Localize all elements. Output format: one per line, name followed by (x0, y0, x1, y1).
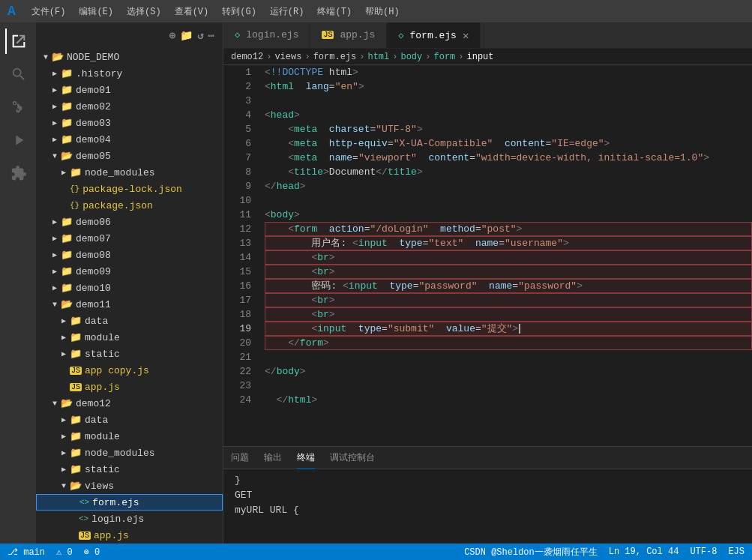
breadcrumb-item[interactable]: form (433, 52, 455, 62)
code-line[interactable]: </html> (265, 393, 752, 407)
extensions-activity-icon[interactable] (5, 160, 31, 186)
code-line[interactable]: <title>Document</title> (265, 165, 752, 179)
code-line[interactable]: 用户名: <input type="text" name="username"> (265, 236, 752, 250)
code-line[interactable] (265, 193, 752, 208)
sidebar-item-demo11[interactable]: ▼📂demo11 (36, 296, 223, 313)
menu-item[interactable]: 运行(R) (264, 4, 310, 19)
sidebar-item-demo10[interactable]: ▶📁demo10 (36, 280, 223, 296)
panel-tab-输出[interactable]: 输出 (264, 447, 282, 469)
sidebar-item-app12[interactable]: JSapp.js (36, 527, 223, 544)
code-line[interactable]: </head> (265, 179, 752, 193)
code-line[interactable]: <br> (265, 265, 752, 279)
sidebar-item-app11[interactable]: JSapp.js (36, 379, 223, 395)
tree-file-icon: 📂 (61, 150, 73, 162)
sidebar-item-static12[interactable]: ▶📁static (36, 461, 223, 478)
sidebar-item-demo09[interactable]: ▶📁demo09 (36, 263, 223, 280)
sidebar-item-demo01[interactable]: ▶📁demo01 (36, 82, 223, 98)
sidebar-item-login-ejs[interactable]: <>login.ejs (36, 511, 223, 527)
login-ejs-tab[interactable]: ◇login.ejs (223, 22, 310, 48)
sidebar-item-node-demo[interactable]: ▼📂NODE_DEMO (36, 49, 223, 65)
new-file-icon[interactable]: ⊕ (169, 29, 176, 42)
code-line[interactable]: <form action="/doLogin" method="post"> (265, 222, 752, 236)
breadcrumb-item[interactable]: html (367, 52, 389, 62)
sidebar-item-views[interactable]: ▼📂views (36, 478, 223, 494)
code-line[interactable] (265, 350, 752, 364)
collapse-icon[interactable]: ⋯ (208, 29, 215, 42)
sidebar-item-demo03[interactable]: ▶📁demo03 (36, 115, 223, 131)
panel-tab-调试控制台[interactable]: 调试控制台 (330, 447, 375, 469)
tab-close-icon[interactable]: ✕ (463, 29, 469, 42)
code-line[interactable]: <input type="submit" value="提交"> (265, 322, 752, 336)
status-item[interactable]: CSDN @Sheldon一袭烟雨任平生 (464, 546, 598, 559)
code-line[interactable]: </form> (265, 336, 752, 350)
panel-tab-问题[interactable]: 问题 (231, 447, 249, 469)
new-folder-icon[interactable]: 📁 (180, 29, 193, 42)
source-control-activity-icon[interactable] (5, 94, 31, 120)
sidebar-item-history[interactable]: ▶📁.history (36, 65, 223, 82)
menu-item[interactable]: 查看(V) (169, 4, 215, 19)
breadcrumb-item[interactable]: views (274, 52, 301, 62)
run-activity-icon[interactable] (5, 127, 31, 153)
sidebar-item-demo02[interactable]: ▶📁demo02 (36, 98, 223, 115)
sidebar-item-demo06[interactable]: ▶📁demo06 (36, 214, 223, 230)
line-number: 24 (223, 393, 251, 407)
code-line[interactable]: <meta http-equiv="X-UA-Compatible" conte… (265, 136, 752, 151)
code-line[interactable]: <!!DOCTYPE html> (265, 65, 752, 79)
sidebar-item-demo04[interactable]: ▶📁demo04 (36, 131, 223, 148)
sidebar-item-data12[interactable]: ▶📁data (36, 412, 223, 428)
menu-item[interactable]: 帮助(H) (359, 4, 406, 19)
code-line[interactable] (265, 94, 752, 108)
status-item[interactable]: ⊗ 0 (84, 547, 100, 558)
sidebar-item-data11[interactable]: ▶📁data (36, 313, 223, 329)
status-item[interactable]: EJS (728, 547, 745, 557)
sidebar-item-module11[interactable]: ▶📁module (36, 329, 223, 346)
breadcrumb-item[interactable]: input (467, 52, 494, 62)
search-activity-icon[interactable] (5, 61, 31, 87)
line-number: 2 (223, 79, 251, 94)
code-line[interactable]: <meta name="viewport" content="width=dev… (265, 151, 752, 165)
explorer-activity-icon[interactable] (5, 28, 31, 54)
sidebar-item-package[interactable]: {}package.json (36, 197, 223, 214)
code-line[interactable]: <br> (265, 293, 752, 307)
menu-item[interactable]: 文件(F) (25, 4, 72, 19)
sidebar-item-node_modules12[interactable]: ▶📁node_modules (36, 445, 223, 461)
app-js-tab[interactable]: JSapp.js (310, 22, 387, 48)
code-line[interactable] (265, 379, 752, 393)
status-item[interactable]: UTF-8 (690, 547, 717, 557)
status-item[interactable]: ⎇ main (7, 547, 45, 558)
code-line[interactable]: <meta charset="UTF-8"> (265, 122, 752, 136)
code-line[interactable]: <br> (265, 307, 752, 322)
code-editor[interactable]: 123456789101112131415161718192021222324 … (223, 65, 752, 446)
sidebar-item-module12[interactable]: ▶📁module (36, 428, 223, 445)
breadcrumb-item[interactable]: body (400, 52, 422, 62)
menu-item[interactable]: 转到(G) (216, 4, 262, 19)
refresh-icon[interactable]: ↺ (197, 29, 204, 42)
form-ejs-tab[interactable]: ◇form.ejs✕ (387, 22, 481, 48)
code-line[interactable]: </body> (265, 364, 752, 379)
sidebar-item-demo08[interactable]: ▶📁demo08 (36, 247, 223, 263)
status-item[interactable]: Ln 19, Col 44 (609, 547, 679, 557)
code-line[interactable]: 密码: <input type="password" name="passwor… (265, 279, 752, 293)
sidebar-item-label: node_modules (85, 167, 155, 178)
code-line[interactable]: <html lang="en"> (265, 79, 752, 94)
panel-content[interactable]: }GETmyURL URL { (223, 469, 752, 544)
sidebar-item-package-lock[interactable]: {}package-lock.json (36, 181, 223, 197)
panel-tab-终端[interactable]: 终端 (297, 447, 315, 469)
code-line[interactable]: <head> (265, 108, 752, 122)
menu-item[interactable]: 终端(T) (311, 4, 358, 19)
sidebar-item-form-ejs[interactable]: <>form.ejs (36, 494, 223, 511)
code-content[interactable]: <!!DOCTYPE html><html lang="en"> <head> … (257, 65, 752, 446)
sidebar-item-demo07[interactable]: ▶📁demo07 (36, 230, 223, 247)
sidebar-item-demo05[interactable]: ▼📂demo05 (36, 148, 223, 164)
sidebar-item-app-copy[interactable]: JSapp copy.js (36, 362, 223, 379)
sidebar-item-demo12[interactable]: ▼📂demo12 (36, 395, 223, 412)
code-line[interactable]: <br> (265, 250, 752, 265)
menu-item[interactable]: 编辑(E) (73, 4, 119, 19)
menu-item[interactable]: 选择(S) (121, 4, 167, 19)
sidebar-item-node_modules[interactable]: ▶📁node_modules (36, 164, 223, 181)
code-line[interactable]: <body> (265, 208, 752, 222)
breadcrumb-item[interactable]: demo12 (231, 52, 263, 62)
status-item[interactable]: ⚠ 0 (56, 547, 73, 558)
breadcrumb-item[interactable]: form.ejs (313, 52, 357, 62)
sidebar-item-static11[interactable]: ▶📁static (36, 346, 223, 362)
